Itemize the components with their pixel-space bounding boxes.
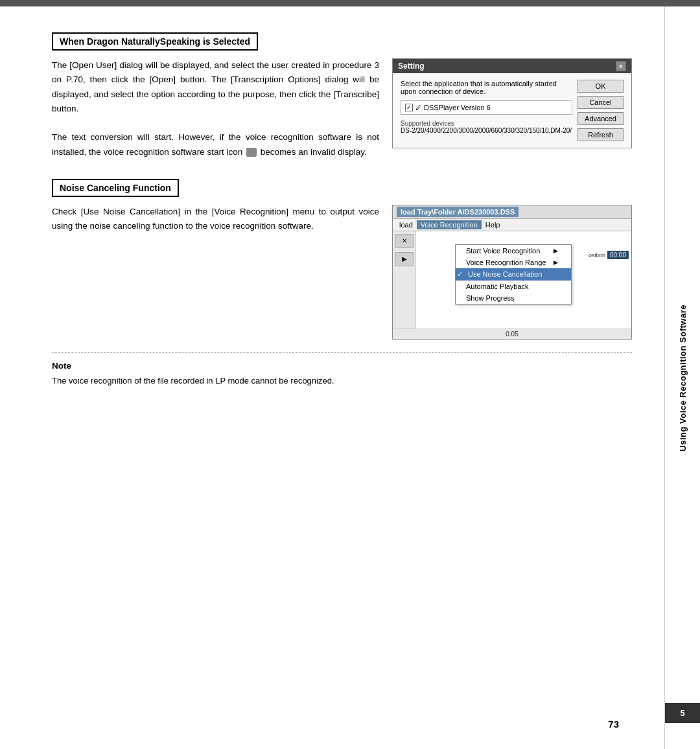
dss-icon: 🖊 (415, 104, 421, 111)
position-label: osition (589, 252, 605, 259)
dialog-label: Select the application that is automatic… (401, 80, 572, 95)
advanced-button[interactable]: Advanced (578, 112, 624, 125)
right-sidebar: Using Voice Recognition Software 5 (664, 6, 700, 749)
app-titlebar: load Tray\Folder A\DS230003.DSS (393, 205, 631, 219)
menu-item-use-noise[interactable]: Use Noise Cancellation (456, 268, 571, 281)
noise-section: Noise Canceling Function Check [Use Nois… (52, 179, 632, 340)
menu-help[interactable]: Help (482, 220, 504, 229)
setting-dialog: Setting × Select the application that is… (392, 58, 632, 148)
page-number: 73 (608, 719, 619, 730)
note-section: Note The voice recognition of the file r… (52, 361, 632, 387)
dialog-body: Select the application that is automatic… (393, 73, 631, 148)
menu-item-start-voice-label: Start Voice Recognition (466, 247, 540, 255)
menu-item-auto-playback[interactable]: Automatic Playback (456, 281, 571, 292)
menu-item-auto-playback-label: Automatic Playback (466, 282, 529, 290)
note-text: The voice recognition of the file record… (52, 374, 632, 387)
menu-item-start-voice[interactable]: Start Voice Recognition ▶ (456, 245, 571, 257)
dragon-heading: When Dragon NaturallySpeaking is Selecte… (52, 32, 258, 51)
menu-arrow-1: ▶ (554, 248, 558, 254)
top-bar (0, 0, 700, 6)
checkbox-icon: ✓ (405, 104, 413, 111)
cancel-button[interactable]: Cancel (578, 96, 624, 109)
menu-arrow-2: ▶ (554, 259, 558, 266)
refresh-button[interactable]: Refresh (578, 128, 624, 141)
main-content: When Dragon NaturallySpeaking is Selecte… (0, 6, 664, 749)
noise-heading: Noise Canceling Function (52, 179, 179, 197)
toolbar-btn-x[interactable]: ✕ (395, 234, 414, 248)
noise-para: Check [Use Noise Cancellation] in the [V… (52, 205, 379, 234)
dragon-text: The [Open User] dialog will be displayed… (52, 58, 379, 159)
position-badge: 00:00 (607, 251, 629, 259)
ok-button[interactable]: OK (578, 80, 624, 93)
dragon-section: When Dragon NaturallySpeaking is Selecte… (52, 32, 632, 159)
dragon-para2: The text conversion will start. However,… (52, 130, 379, 159)
app-body: ✕ ▶ Start Voice Recognition ▶ Voice Reco (393, 231, 631, 328)
toolbar-btn-play[interactable]: ▶ (395, 252, 414, 266)
title-highlight: load Tray\Folder A\DS230003.DSS (397, 207, 519, 217)
dialog-close-button[interactable]: × (616, 61, 626, 71)
noise-text: Check [Use Noise Cancellation] in the [V… (52, 205, 379, 234)
dialog-title: Setting (398, 62, 425, 71)
menu-item-show-progress-label: Show Progress (466, 294, 515, 302)
menu-voice-recognition[interactable]: Voice Recognition (417, 220, 482, 229)
sidebar-number: 5 (665, 703, 700, 723)
devices-label: Supported devices (401, 120, 572, 127)
dialog-main: Select the application that is automatic… (401, 80, 572, 141)
dialog-buttons: OK Cancel Advanced Refresh (578, 80, 624, 141)
dialog-checkbox-row: ✓ 🖊 DSSPlayer Version 6 (401, 100, 572, 115)
app-window: load Tray\Folder A\DS230003.DSS load Voi… (392, 205, 632, 340)
sidebar-text: Using Voice Recognition Software (678, 305, 688, 452)
status-value: 0.05 (506, 330, 518, 338)
dragon-body: The [Open User] dialog will be displayed… (52, 58, 632, 159)
note-separator (52, 352, 632, 353)
app-toolbar: ✕ ▶ (393, 231, 416, 328)
context-menu: Start Voice Recognition ▶ Voice Recognit… (455, 244, 572, 305)
menu-item-voice-range[interactable]: Voice Recognition Range ▶ (456, 257, 571, 268)
dragon-para1: The [Open User] dialog will be displayed… (52, 58, 379, 116)
devices-value: DS-2/20/4000/2200/3000/2000/660/330/320/… (401, 127, 572, 134)
app-statusbar: 0.05 (393, 328, 631, 339)
app-menubar: load Voice Recognition Help (393, 219, 631, 231)
position-area: osition 00:00 (589, 251, 629, 259)
checkbox-label: DSSPlayer Version 6 (424, 104, 491, 111)
voice-recognition-icon (246, 148, 257, 157)
setting-dialog-area: Setting × Select the application that is… (392, 58, 632, 148)
menu-item-show-progress[interactable]: Show Progress (456, 292, 571, 304)
menu-load[interactable]: load (395, 220, 417, 229)
noise-body: Check [Use Noise Cancellation] in the [V… (52, 205, 632, 340)
menu-item-use-noise-label: Use Noise Cancellation (468, 270, 542, 278)
dialog-titlebar: Setting × (393, 59, 631, 73)
menu-item-voice-range-label: Voice Recognition Range (466, 259, 546, 266)
note-label: Note (52, 361, 632, 371)
app-main-area: Start Voice Recognition ▶ Voice Recognit… (416, 231, 631, 328)
